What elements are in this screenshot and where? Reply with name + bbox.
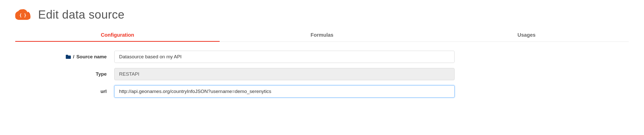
tab-label: Formulas [311,32,333,38]
tab-label: Usages [518,32,536,38]
form-row-type: Type [15,68,629,80]
cloud-braces-icon: { } [15,9,30,20]
url-input[interactable] [114,85,455,98]
tab-label: Configuration [101,32,134,38]
page-header: { } Edit data source [15,8,629,21]
tab-configuration[interactable]: Configuration [15,29,220,42]
label-text: Source name [76,54,107,60]
page-title: Edit data source [38,8,124,21]
label-text: url [101,89,107,94]
label-text: Type [96,71,107,77]
tab-bar: Configuration Formulas Usages [15,29,629,42]
configuration-form: / Source name Type url [15,51,629,98]
tab-formulas[interactable]: Formulas [220,29,424,42]
tab-usages[interactable]: Usages [424,29,629,42]
form-row-url: url [15,85,629,98]
svg-text:{ }: { } [19,13,26,18]
type-input [114,68,455,80]
label-separator: / [73,54,74,60]
url-label: url [15,89,114,94]
source-name-label: / Source name [15,54,114,60]
form-row-source-name: / Source name [15,51,629,63]
folder-icon [66,55,71,59]
source-name-input[interactable] [114,51,455,63]
type-label: Type [15,71,114,77]
